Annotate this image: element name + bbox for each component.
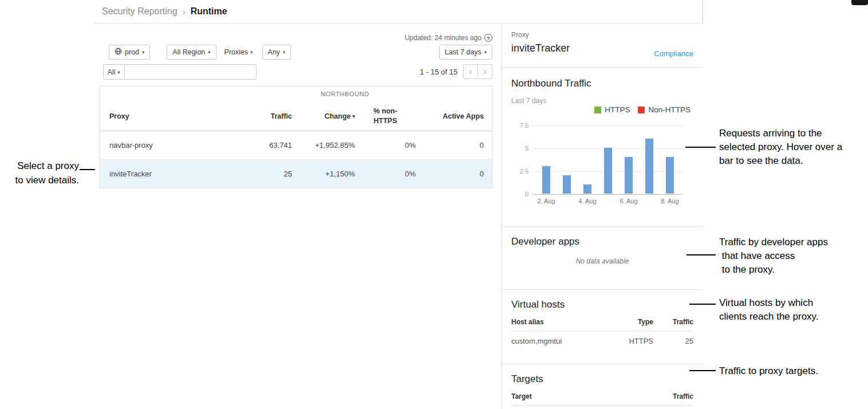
chart-bar[interactable] — [645, 139, 653, 194]
annotation-line: Traffic to proxy targets. — [719, 364, 818, 378]
annotation-connector-chart — [685, 147, 716, 148]
chart-x-tick: 4. Aug — [578, 198, 596, 204]
chart-bar[interactable] — [563, 175, 571, 194]
annotation-connector-virtual-hosts — [689, 304, 716, 305]
globe-icon — [115, 48, 122, 57]
date-range-dropdown[interactable]: Last 7 days ▾ — [439, 45, 492, 60]
next-page-button[interactable]: › — [478, 64, 492, 79]
proxies-dropdown[interactable]: Proxies ▾ — [222, 45, 255, 60]
https-legend-label: HTTPS — [605, 105, 630, 114]
chart-x-axis: 2. Aug4. Aug6. Aug8. Aug — [533, 198, 683, 206]
chart-bar[interactable] — [604, 148, 612, 194]
chevron-left-icon: ‹ — [469, 66, 472, 77]
cell-host-alias: custom,mgmtui — [511, 337, 607, 345]
content-area: Security Reporting › Runtime Updated: 24… — [95, 0, 703, 409]
any-label: Any — [268, 48, 281, 56]
cell-non-https: 0% — [355, 141, 416, 150]
column-header-type: Type — [607, 318, 653, 326]
cell-proxy: inviteTracker — [109, 170, 223, 178]
table-header-row: Proxy Traffic Change ▾ % non-HTTPS Activ… — [100, 101, 492, 131]
cropped-window-artifact — [851, 0, 868, 5]
legend-item-non-https[interactable]: Non-HTTPS — [638, 105, 691, 114]
chevron-down-icon: ▾ — [208, 50, 210, 55]
virtual-hosts-table: Host alias Type Traffic custom,mgmtui HT… — [511, 318, 693, 345]
annotation-connector-developer-apps — [686, 254, 716, 255]
page: Select a proxy to view details. Security… — [0, 0, 868, 409]
any-dropdown[interactable]: Any ▾ — [262, 45, 291, 60]
annotation-line: to view details. — [0, 173, 79, 187]
no-data-message: No data available — [502, 257, 703, 265]
chevron-down-icon: ▾ — [283, 50, 285, 55]
non-https-legend-swatch — [638, 107, 645, 113]
cell-change: +1,150% — [292, 170, 355, 178]
legend-item-https[interactable]: HTTPS — [594, 105, 630, 114]
non-https-label: % non-HTTPS — [368, 107, 403, 125]
chevron-right-icon: › — [483, 66, 486, 77]
column-header-active-apps[interactable]: Active Apps — [416, 112, 484, 120]
chevron-down-icon: ▾ — [250, 50, 252, 55]
annotation-line: to the proxy. — [719, 263, 828, 277]
compliance-link[interactable]: Compliance — [654, 49, 693, 58]
proxy-label: Proxy — [511, 31, 693, 39]
breadcrumb-security-reporting[interactable]: Security Reporting — [102, 6, 177, 17]
chart-y-axis: 02.557.5 — [511, 125, 528, 194]
developer-apps-title: Developer apps — [511, 236, 703, 247]
table-row-navbar-proxy[interactable]: navbar-proxy 63,741 +1,952.85% 0% 0 — [100, 131, 492, 160]
annotation-line: clients reach the proxy. — [719, 310, 819, 324]
annotation-line: that have access — [719, 249, 828, 263]
updated-status: Updated: 24 minutes ago ? — [405, 34, 492, 42]
cell-active-apps: 0 — [416, 141, 484, 150]
annotation-virtual-hosts: Virtual hosts by which clients reach the… — [719, 296, 819, 324]
chart-x-tick: 6. Aug — [620, 198, 637, 204]
environment-label: prod — [125, 48, 139, 56]
chart-bar[interactable] — [625, 157, 633, 194]
virtual-hosts-title: Virtual hosts — [511, 299, 703, 310]
column-header-host-alias: Host alias — [511, 318, 607, 326]
annotation-line: Select a proxy — [0, 159, 79, 173]
region-label: All Region — [172, 48, 205, 56]
northbound-bar-chart: 02.557.5 2. Aug4. Aug6. Aug8. Aug — [511, 122, 695, 209]
search-scope-dropdown[interactable]: All ▾ — [103, 64, 125, 80]
chevron-down-icon: ▾ — [484, 50, 487, 55]
environment-dropdown[interactable]: prod ▾ — [109, 45, 150, 60]
targets-title: Targets — [511, 373, 703, 385]
breadcrumb-current-runtime: Runtime — [191, 6, 227, 17]
column-header-non-https[interactable]: % non-HTTPS — [355, 107, 416, 125]
northbound-traffic-title: Northbound Traffic — [511, 78, 591, 89]
northbound-group-label: NORTHBOUND — [321, 91, 369, 97]
chart-x-tick: 8. Aug — [661, 198, 678, 204]
help-icon[interactable]: ? — [484, 34, 492, 42]
region-dropdown[interactable]: All Region ▾ — [167, 45, 216, 60]
cell-traffic: 25 — [223, 170, 292, 178]
chart-bar[interactable] — [666, 157, 674, 194]
chart-bar[interactable] — [542, 166, 550, 194]
column-header-proxy[interactable]: Proxy — [109, 112, 223, 120]
proxy-detail-panel: Proxy inviteTracker Compliance Northboun… — [501, 23, 703, 409]
chart-bar[interactable] — [583, 184, 591, 194]
table-row-invitetracker[interactable]: inviteTracker 25 +1,150% 0% 0 — [100, 160, 492, 188]
chevron-down-icon: ▾ — [117, 70, 120, 75]
northbound-traffic-subtitle: Last 7 days — [511, 97, 546, 105]
annotation-line: bar to see the data. — [719, 154, 842, 168]
proxy-table: NORTHBOUND Proxy Traffic Change ▾ % non-… — [100, 86, 492, 188]
annotation-line: Traffic by developer apps — [719, 235, 828, 249]
cell-traffic: 25 — [653, 337, 693, 345]
column-header-traffic[interactable]: Traffic — [223, 112, 292, 120]
column-header-traffic: Traffic — [653, 392, 693, 400]
proxy-search-input[interactable] — [124, 64, 257, 80]
targets-table: Target Traffic management 17 — [511, 392, 693, 409]
column-header-change[interactable]: Change ▾ — [292, 112, 355, 120]
proxies-label: Proxies — [224, 48, 248, 56]
breadcrumb: Security Reporting › Runtime — [95, 0, 703, 23]
cell-non-https: 0% — [355, 170, 416, 178]
annotation-line: selected proxy. Hover over a — [719, 140, 842, 154]
cell-traffic: 63,741 — [223, 141, 292, 150]
cell-proxy: navbar-proxy — [109, 141, 223, 150]
https-legend-swatch — [594, 107, 601, 113]
bar-chart-plot — [533, 125, 683, 194]
previous-page-button[interactable]: ‹ — [463, 64, 478, 79]
column-header-traffic: Traffic — [653, 318, 693, 326]
targets-section: Targets Target Traffic management 17 — [502, 373, 703, 409]
annotation-developer-apps: Traffic by developer apps that have acce… — [719, 235, 828, 277]
virtual-host-row: custom,mgmtui HTTPS 25 — [511, 331, 693, 345]
